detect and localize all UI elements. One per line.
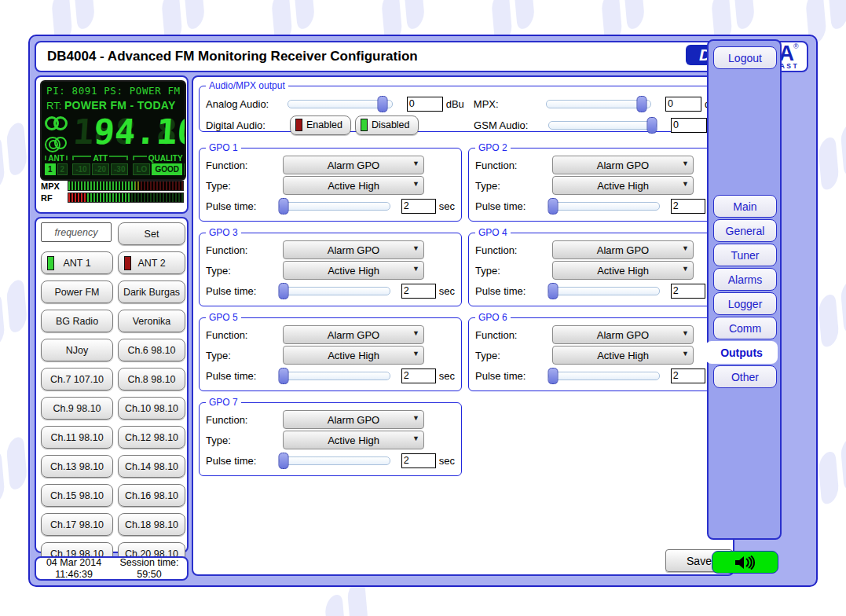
function-select[interactable]: Alarm GPO▼ [283,410,424,429]
gpo-legend: GPO 1 [206,142,241,153]
function-select[interactable]: Alarm GPO▼ [283,325,424,344]
analog-audio-slider[interactable] [287,100,393,108]
preset-station-button[interactable]: Ch.13 98.10 [41,455,113,478]
date-value: 04 Mar 2014 [36,557,112,569]
set-button[interactable]: Set [118,222,185,245]
pulse-time-slider[interactable] [279,456,390,465]
type-select[interactable]: Active High▼ [552,176,694,195]
app-window: DB4004 - Advanced FM Monitoring Receiver… [28,35,818,587]
frequency-input[interactable] [41,222,112,242]
listen-button[interactable] [712,551,778,574]
pulse-time-slider-thumb[interactable] [548,283,558,299]
pulse-time-slider-thumb[interactable] [548,368,558,384]
sidebar-item-main[interactable]: Main [713,195,777,218]
gsm-audio-slider-thumb[interactable] [646,117,657,134]
sidebar-item-outputs[interactable]: Outputs [705,341,778,364]
pulse-time-input[interactable] [671,199,705,214]
quality-indicator-group: QUALITYLOGOODHI [133,154,186,175]
gsm-audio-slider[interactable] [548,121,657,130]
pulse-time-slider-thumb[interactable] [278,198,288,214]
pulse-time-slider[interactable] [279,287,390,295]
pulse-time-input[interactable] [401,199,436,214]
ant-label: ANT [45,154,68,163]
sidebar-item-other[interactable]: Other [713,365,777,388]
gpo-legend: GPO 7 [206,397,241,408]
pulse-time-unit: sec [439,285,455,297]
pulse-time-input[interactable] [401,453,436,468]
mpx-slider[interactable] [546,100,651,108]
preset-station-button[interactable]: Ch.16 98.10 [118,484,185,507]
preset-station-button[interactable]: Ch.8 98.10 [118,368,185,390]
preset-station-button[interactable]: Veronika [118,310,185,332]
session-value: 59:50 [112,569,187,581]
preset-station-button[interactable]: Ch.6 98.10 [118,339,185,361]
preset-station-button[interactable]: Ch.9 98.10 [41,397,113,420]
preset-station-button[interactable]: Ch.18 98.10 [118,513,185,536]
att-label: ATT [72,154,128,163]
pulse-time-slider[interactable] [548,372,659,380]
session-label: Session time: [112,557,187,569]
sidebar-item-comm[interactable]: Comm [713,317,777,339]
gsm-audio-value-input[interactable] [671,118,707,133]
function-select[interactable]: Alarm GPO▼ [552,240,694,259]
pulse-time-label: Pulse time: [206,200,279,212]
type-select[interactable]: Active High▼ [552,346,694,365]
right-sidebar: Logout MainGeneralTunerAlarmsLoggerCommO… [707,39,782,540]
analog-audio-slider-thumb[interactable] [377,96,387,112]
pulse-time-input[interactable] [671,368,705,383]
antenna-button[interactable]: ANT 1 [41,251,113,274]
preset-station-button[interactable]: Ch.12 98.10 [118,426,185,449]
registered-mark: ® [793,42,799,50]
mpx-slider-thumb[interactable] [637,96,647,112]
sidebar-item-general[interactable]: General [713,219,777,242]
pulse-time-slider[interactable] [548,202,659,211]
pulse-time-input[interactable] [401,368,436,383]
digital-audio-disabled-button[interactable]: Disabled [355,116,419,135]
frequency-display: 188.88 94.10 [71,112,186,152]
type-label: Type: [475,265,552,277]
pulse-time-slider[interactable] [279,202,390,211]
pulse-time-slider-thumb[interactable] [278,368,288,384]
type-select[interactable]: Active High▼ [283,176,424,195]
analog-audio-value-input[interactable] [407,97,443,112]
pulse-time-slider-thumb[interactable] [548,198,558,214]
preset-station-button[interactable]: Ch.10 98.10 [118,397,185,420]
pulse-time-slider[interactable] [279,372,390,380]
preset-station-button[interactable]: Ch.11 98.10 [41,426,113,449]
type-select[interactable]: Active High▼ [283,261,424,280]
rf-level-meter [68,192,184,203]
pulse-time-slider[interactable] [548,287,659,295]
pulse-time-input[interactable] [401,284,436,299]
pulse-time-slider-thumb[interactable] [278,283,288,299]
antenna-button[interactable]: ANT 2 [118,251,185,274]
type-select[interactable]: Active High▼ [552,261,694,280]
gpo-section-5: GPO 5 Function: Alarm GPO▼ Type: Active … [199,312,462,391]
chevron-down-icon: ▼ [682,180,689,188]
sidebar-item-alarms[interactable]: Alarms [713,268,777,291]
type-select[interactable]: Active High▼ [283,431,424,449]
preset-station-button[interactable]: Power FM [41,280,113,303]
preset-station-button[interactable]: Ch.14 98.10 [118,455,185,478]
function-select[interactable]: Alarm GPO▼ [283,156,424,174]
pulse-time-input[interactable] [671,284,705,299]
digital-audio-enabled-button[interactable]: Enabled [290,116,351,135]
preset-station-button[interactable]: Ch.7 107.10 [41,368,113,390]
preset-station-button[interactable]: Darik Burgas [118,280,185,303]
preset-station-button[interactable]: Ch.15 98.10 [41,484,113,507]
pulse-time-unit: sec [439,455,455,467]
sidebar-item-tuner[interactable]: Tuner [713,244,777,266]
mpx-value-input[interactable] [665,97,701,112]
type-select[interactable]: Active High▼ [283,346,424,365]
function-select[interactable]: Alarm GPO▼ [552,325,694,344]
pulse-time-slider-thumb[interactable] [278,453,288,469]
function-select[interactable]: Alarm GPO▼ [552,156,694,174]
chevron-down-icon: ▼ [412,160,419,167]
function-select[interactable]: Alarm GPO▼ [283,240,424,259]
disabled-led-icon [361,119,368,131]
logout-button[interactable]: Logout [713,46,777,69]
preset-station-button[interactable]: NJoy [41,339,113,361]
preset-station-button[interactable]: Ch.17 98.10 [41,513,113,536]
sidebar-item-logger[interactable]: Logger [713,292,777,315]
preset-station-button[interactable]: BG Radio [41,310,113,332]
pi-value: 8091 [72,85,98,97]
